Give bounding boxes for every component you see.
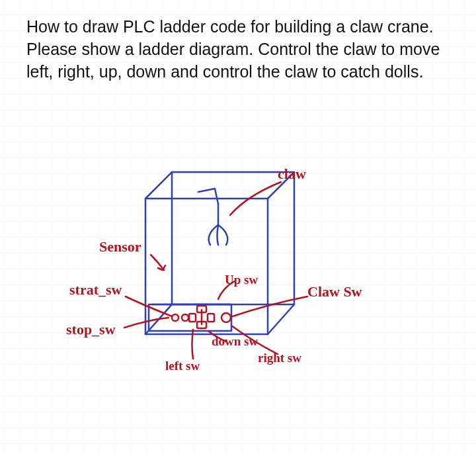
label-sensor: Sensor (99, 238, 141, 255)
label-claw-sw: Claw Sw (307, 283, 362, 300)
label-claw: claw (278, 165, 306, 183)
question-text: How to draw PLC ladder code for building… (26, 16, 450, 83)
label-right-sw: right sw (258, 351, 301, 365)
label-down-sw: down sw (212, 334, 258, 349)
crane-sketch: claw Sensor strat_sw stop_sw Up sw down … (79, 152, 397, 417)
label-left-sw: left sw (165, 359, 200, 373)
label-up-sw: Up sw (225, 273, 258, 287)
svg-rect-5 (208, 314, 214, 322)
label-start-sw: strat_sw (69, 281, 122, 298)
svg-point-1 (182, 314, 188, 321)
annotation-strokes (124, 182, 307, 359)
svg-point-0 (172, 314, 178, 321)
crane-box (145, 172, 294, 334)
label-stop-sw: stop_sw (66, 321, 116, 338)
svg-rect-4 (189, 314, 196, 322)
svg-point-6 (221, 313, 231, 322)
